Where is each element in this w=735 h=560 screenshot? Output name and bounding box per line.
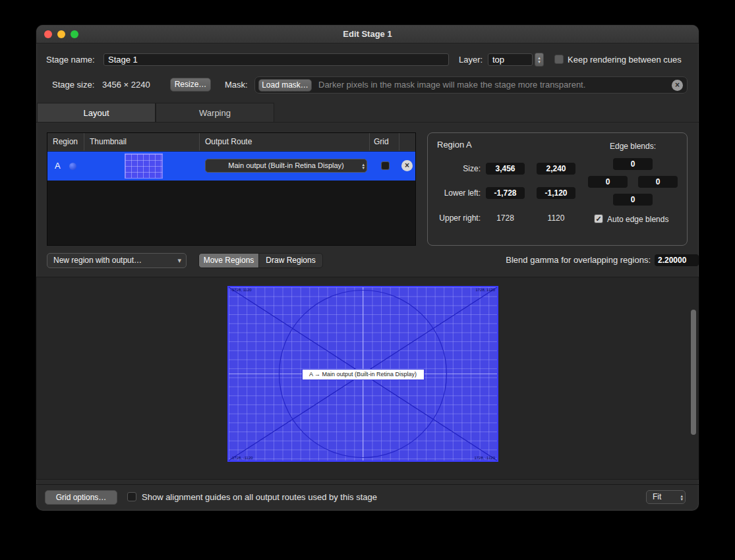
chevron-down-icon: ▾ [362, 166, 365, 170]
vertical-scrollbar[interactable] [691, 310, 696, 435]
corner-coordinate-bottom-right: 1728, -1120 [474, 456, 495, 460]
auto-edge-blends-label: Auto edge blends [607, 215, 668, 224]
stage-name-input[interactable]: Stage 1 [103, 53, 449, 66]
layer-label: Layer: [459, 53, 483, 67]
load-mask-button[interactable]: Load mask… [258, 79, 312, 92]
col-header-actions [399, 133, 417, 151]
upper-right-x-value: 1728 [486, 213, 525, 223]
stage-preview-area[interactable]: A → Main output (Built-in Retina Display… [36, 277, 699, 480]
output-route-tag: A → Main output (Built-in Retina Display… [302, 369, 425, 380]
edge-blend-left-field[interactable]: 0 [588, 176, 628, 188]
output-route-dropdown[interactable]: Main output (Built-in Retina Display) ▴ … [205, 159, 367, 173]
region-a-panel: Region A Size: 3,456 2,240 Lower left: -… [427, 132, 688, 246]
table-row-region-a[interactable]: A Main output (Built-in Retina Display) … [47, 152, 415, 181]
region-table: Region Thumbnail Output Route Grid A Mai… [47, 132, 416, 246]
col-header-grid: Grid [370, 133, 399, 151]
tab-warping[interactable]: Warping [156, 103, 274, 123]
region-color-dot-icon [69, 163, 76, 170]
mask-clear-button[interactable]: × [672, 80, 683, 91]
alignment-guides-checkbox[interactable] [127, 492, 136, 501]
region-panel-title: Region A [437, 140, 472, 150]
upper-right-y-value: 1120 [537, 213, 575, 223]
edge-blend-right-field[interactable]: 0 [638, 176, 678, 188]
close-icon: × [405, 161, 409, 170]
tab-divider [36, 122, 699, 123]
resize-button[interactable]: Resize… [170, 78, 211, 92]
col-header-thumbnail: Thumbnail [84, 133, 200, 151]
fit-dropdown[interactable]: Fit ▴ ▾ [646, 490, 686, 504]
grid-checkbox[interactable] [381, 161, 390, 170]
edge-blends-label: Edge blends: [589, 142, 676, 151]
upper-right-label: Upper right: [432, 213, 481, 223]
output-route-value: Main output (Built-in Retina Display) [228, 161, 343, 169]
chevron-down-icon: ▾ [538, 60, 541, 64]
delete-region-button[interactable]: × [401, 160, 413, 171]
size-label: Size: [432, 164, 481, 173]
edge-blend-top-field[interactable]: 0 [613, 158, 653, 170]
blend-gamma-label: Blend gamma for overlapping regions: [498, 255, 651, 265]
lower-left-x-field[interactable]: -1,728 [486, 187, 525, 199]
fit-dropdown-label: Fit [653, 492, 661, 501]
corner-coordinate-bottom-left: -1728, -1120 [231, 456, 253, 460]
keep-rendering-label: Keep rendering between cues [568, 53, 682, 67]
window-title: Edit Stage 1 [36, 25, 699, 43]
layer-input[interactable]: top [488, 53, 533, 66]
lower-left-y-field[interactable]: -1,120 [537, 187, 575, 199]
keep-rendering-checkbox[interactable] [554, 55, 564, 64]
stage-region-a-preview[interactable]: A → Main output (Built-in Retina Display… [227, 286, 498, 462]
chevron-up-down-icon: ▴ ▾ [680, 493, 683, 502]
size-height-field[interactable]: 2,240 [537, 163, 575, 175]
chevron-down-icon: ▾ [680, 497, 683, 501]
lower-left-label: Lower left: [432, 188, 481, 198]
grid-options-button[interactable]: Grid options… [45, 490, 117, 505]
corner-coordinate-top-right: 1728, 1120 [475, 288, 495, 292]
auto-edge-blends-checkbox[interactable]: ✓ [594, 214, 603, 223]
stage-name-label: Stage name: [46, 53, 95, 67]
bottom-bar: Grid options… Show alignment guides on a… [36, 484, 699, 511]
region-table-header: Region Thumbnail Output Route Grid [47, 133, 415, 151]
mask-field: Load mask… Darker pixels in the mask ima… [254, 76, 688, 94]
region-name: A [55, 161, 61, 171]
new-region-dropdown[interactable]: New region with output… ▾ [47, 253, 187, 268]
mask-placeholder: Darker pixels in the mask image will mak… [318, 77, 585, 93]
region-thumbnail [125, 154, 163, 179]
chevron-down-icon: ▾ [177, 254, 181, 267]
chevron-up-down-icon: ▴ ▾ [362, 161, 365, 171]
titlebar: Edit Stage 1 [36, 25, 699, 43]
tab-layout[interactable]: Layout [37, 103, 156, 123]
close-icon: × [675, 80, 680, 90]
mask-label: Mask: [225, 78, 248, 92]
blend-gamma-field[interactable]: 2.20000 [655, 254, 699, 266]
draw-regions-button[interactable]: Draw Regions [258, 253, 323, 268]
stage-size-label: Stage size: [52, 78, 94, 92]
size-width-field[interactable]: 3,456 [486, 163, 525, 175]
corner-coordinate-top-left: -1728, 1120 [231, 288, 252, 292]
alignment-guides-label: Show alignment guides on all output rout… [142, 492, 377, 502]
edge-blend-bottom-field[interactable]: 0 [613, 194, 653, 206]
new-region-dropdown-label: New region with output… [53, 256, 142, 265]
edit-stage-window: Edit Stage 1 Stage name: Stage 1 Layer: … [36, 25, 699, 511]
stage-size-value: 3456 × 2240 [102, 78, 150, 92]
col-header-region: Region [47, 133, 84, 151]
layer-stepper[interactable]: ▴ ▾ [535, 53, 544, 67]
col-header-output-route: Output Route [200, 133, 370, 151]
check-icon: ✓ [595, 215, 601, 223]
move-regions-button[interactable]: Move Regions [198, 253, 259, 268]
